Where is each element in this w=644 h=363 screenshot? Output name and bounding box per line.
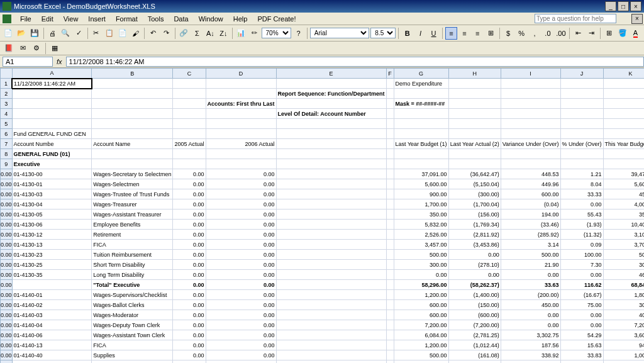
cell[interactable] [276, 290, 386, 300]
cell[interactable]: 0.00 [173, 199, 206, 209]
cell[interactable] [386, 99, 394, 109]
new-icon[interactable]: 📄 [3, 27, 14, 40]
cell[interactable]: Election Expense [92, 360, 173, 364]
cell[interactable]: 0.00 [173, 340, 206, 350]
cell[interactable] [276, 350, 386, 360]
cell[interactable] [394, 119, 448, 129]
cell[interactable]: Wages-Assistant Town Clerk [92, 330, 173, 340]
cell[interactable] [386, 360, 394, 364]
row-header[interactable]: 0.00 [1, 189, 13, 199]
cell[interactable]: 448.53 [501, 169, 560, 179]
col-header-I[interactable]: I [501, 69, 560, 79]
cell[interactable] [560, 99, 603, 109]
cell[interactable]: 01-4130-05 [12, 209, 92, 220]
cell[interactable] [276, 169, 386, 179]
cell[interactable]: 01-4140-04 [12, 320, 92, 330]
cell[interactable] [560, 159, 603, 169]
col-header-B[interactable]: B [92, 69, 173, 79]
italic-icon[interactable]: I [414, 27, 426, 40]
cell[interactable]: 6,084.00 [394, 330, 448, 340]
col-header-K[interactable]: K [603, 69, 644, 79]
cell[interactable]: 0.00 [448, 250, 501, 260]
cell[interactable]: 21.90 [501, 260, 560, 270]
cell[interactable] [386, 230, 394, 240]
col-header-D[interactable]: D [206, 69, 276, 79]
cell[interactable]: FICA [92, 340, 173, 350]
col-header-C[interactable]: C [173, 69, 206, 79]
cell[interactable] [92, 119, 173, 129]
cell[interactable]: 01-4130-35 [12, 270, 92, 280]
cell[interactable]: 116.62 [560, 280, 603, 290]
cell[interactable]: (600.00) [448, 310, 501, 320]
cell[interactable] [386, 330, 394, 340]
dec-indent-icon[interactable]: ⇤ [572, 27, 584, 40]
cell[interactable]: 2,526.00 [394, 230, 448, 240]
tool4-icon[interactable]: ▦ [48, 42, 61, 55]
doc-close-button[interactable]: × [631, 14, 643, 24]
cell[interactable]: 0.00 [173, 230, 206, 240]
hyperlink-icon[interactable]: 🔗 [178, 27, 190, 40]
cell[interactable]: 600.00 [501, 189, 560, 199]
cell[interactable]: 0.00 [206, 280, 276, 290]
cell[interactable]: 33.83 [560, 350, 603, 360]
cell[interactable] [394, 109, 448, 119]
row-header[interactable]: 6 [1, 129, 13, 139]
cell[interactable] [386, 89, 394, 99]
chart-icon[interactable]: 📊 [235, 27, 247, 40]
cell[interactable] [603, 129, 644, 139]
cell[interactable]: (16.67) [560, 290, 603, 300]
sort-asc-icon[interactable]: A↓ [204, 27, 216, 40]
cell[interactable] [276, 139, 386, 149]
cell[interactable]: (58,262.37) [448, 280, 501, 290]
cell[interactable] [501, 149, 560, 159]
col-header-G[interactable]: G [394, 69, 448, 79]
select-all[interactable] [1, 69, 13, 79]
cell[interactable] [173, 99, 206, 109]
cell[interactable]: 5,832.00 [394, 220, 448, 230]
autosum-icon[interactable]: Σ [191, 27, 203, 40]
cell[interactable]: Wages-Supervisors/Checklist [92, 290, 173, 300]
cell[interactable]: 55.43 [560, 209, 603, 220]
cell[interactable]: (1,700.04) [448, 199, 501, 209]
cell[interactable]: 92.84 [501, 360, 560, 364]
cell[interactable]: Wages-Trustee of Trust Funds [92, 189, 173, 199]
spell-icon[interactable]: ✓ [73, 27, 85, 40]
pdf-icon[interactable]: 📕 [3, 42, 15, 55]
cell[interactable]: 0.00 [173, 310, 206, 320]
cell[interactable]: Mask = ##-####-## [394, 99, 448, 109]
cell[interactable]: 0.00 [448, 270, 501, 280]
cell[interactable]: 0.09 [560, 240, 603, 250]
cell[interactable] [276, 310, 386, 320]
cell[interactable] [276, 99, 386, 109]
cell[interactable]: 01-4130-06 [12, 220, 92, 230]
cell[interactable] [206, 129, 276, 139]
cell[interactable] [386, 139, 394, 149]
cell[interactable]: 0.00 [206, 360, 276, 364]
cell[interactable] [276, 79, 386, 89]
cell[interactable]: (36,642.47) [448, 169, 501, 179]
cell[interactable] [501, 159, 560, 169]
cell[interactable] [386, 129, 394, 139]
cell[interactable] [173, 89, 206, 99]
cell[interactable]: 0.00 [206, 300, 276, 310]
cell[interactable]: 0.00 [206, 199, 276, 209]
cell[interactable] [501, 129, 560, 139]
row-header[interactable]: 7 [1, 139, 13, 149]
cell[interactable] [560, 149, 603, 159]
cell[interactable]: Wages-Deputy Town Clerk [92, 320, 173, 330]
cell[interactable] [560, 109, 603, 119]
cell[interactable]: Fund GENERAL FUND GEN [12, 129, 92, 139]
cell[interactable]: (161.08) [448, 350, 501, 360]
cell[interactable]: 0.00 [173, 290, 206, 300]
cell[interactable]: % Under (Over) [560, 139, 603, 149]
cell[interactable]: 0.00 [206, 169, 276, 179]
cell[interactable] [501, 119, 560, 129]
cell[interactable] [173, 109, 206, 119]
cell[interactable]: Level Of Detail: Account Number [276, 109, 386, 119]
cell[interactable]: 0.00 [173, 209, 206, 220]
help-search-input[interactable] [535, 14, 616, 23]
col-header-H[interactable]: H [448, 69, 501, 79]
cell[interactable]: 0.00 [173, 360, 206, 364]
bold-icon[interactable]: B [401, 27, 413, 40]
save-icon[interactable]: 💾 [29, 27, 41, 40]
